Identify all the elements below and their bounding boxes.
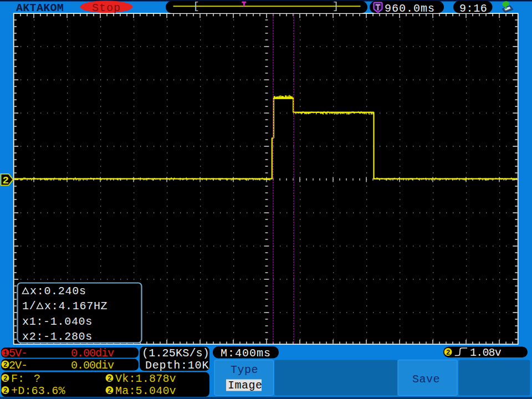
svg-text:960.0ms: 960.0ms [385,2,435,15]
svg-text:Save: Save [412,373,440,386]
svg-text:5V-: 5V- [9,347,27,360]
svg-text:x:0.240s: x:0.240s [30,285,86,298]
svg-text:2: 2 [108,387,112,395]
svg-text:2: 2 [446,349,451,357]
svg-text:x:4.167HZ: x:4.167HZ [44,300,108,313]
svg-text:1/: 1/ [22,300,36,313]
svg-text:2: 2 [3,361,8,369]
svg-text:0.00div: 0.00div [71,359,114,372]
svg-text:+D:63.6%: +D:63.6% [11,385,65,397]
svg-text:?: ? [34,372,40,385]
svg-text:2V-: 2V- [9,359,27,372]
svg-text:(1.25KS/s): (1.25KS/s) [142,347,209,360]
svg-text:Vk:1.878v: Vk:1.878v [115,372,176,385]
svg-text:Depth:10K: Depth:10K [145,359,209,372]
svg-text:9:16: 9:16 [459,2,487,15]
svg-text:1.08v: 1.08v [470,346,502,359]
svg-text:x1:-1.040s: x1:-1.040s [22,315,93,328]
svg-text:Ma:5.040v: Ma:5.040v [115,385,176,397]
svg-text:0.00div: 0.00div [71,347,114,360]
svg-text:[: [ [193,1,200,12]
svg-text:2: 2 [3,387,8,395]
svg-text:Image: Image [228,379,263,392]
svg-text:Type: Type [231,364,258,376]
svg-text:]: ] [332,1,339,12]
svg-text:Stop: Stop [92,2,121,14]
svg-text:AKTAKOM: AKTAKOM [16,2,64,14]
svg-text:2: 2 [108,375,112,383]
svg-text:2: 2 [3,175,9,187]
svg-text:F:: F: [11,372,24,385]
svg-text:M:400ms: M:400ms [221,347,271,360]
svg-text:1: 1 [3,350,8,357]
svg-text:2: 2 [3,375,8,383]
svg-text:x2:-1.280s: x2:-1.280s [22,330,93,343]
